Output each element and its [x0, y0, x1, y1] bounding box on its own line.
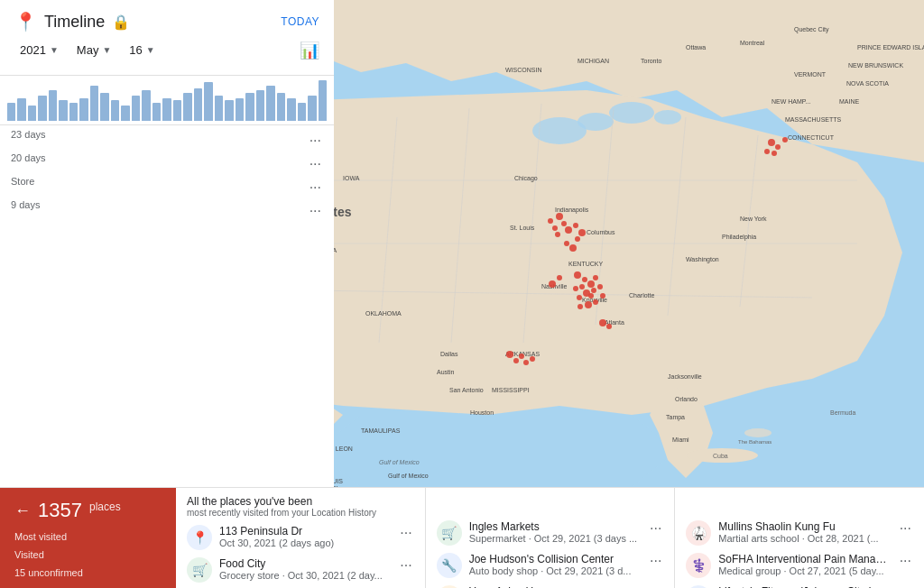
svg-point-116 — [549, 280, 556, 288]
place-info-0-0: 113 Peninsula Dr Oct 30, 2021 (2 days ag… — [219, 525, 391, 548]
year-select[interactable]: 2021 ▼ — [14, 40, 64, 60]
svg-point-90 — [561, 221, 567, 226]
back-arrow-icon[interactable]: ← — [14, 501, 31, 520]
day-chevron: ▼ — [146, 45, 155, 55]
more-button-1[interactable]: ... — [308, 152, 323, 169]
place-item-1-1[interactable]: 🔧 Joe Hudson's Collision Center Auto bod… — [426, 549, 675, 582]
unconfirmed-count: 15 unconfirmed — [14, 567, 83, 578]
svg-text:Gulf of Mexico: Gulf of Mexico — [379, 459, 420, 465]
chart-bar-2 — [28, 106, 36, 121]
svg-point-113 — [593, 299, 598, 305]
chart-bar-26 — [277, 93, 285, 121]
place-name-2-0: Mullins Shaolin Kung Fu — [718, 520, 890, 533]
place-icon-0-1: 🛒 — [187, 557, 212, 583]
chart-bar-11 — [121, 106, 129, 121]
place-detail-1-1: Auto body shop · Oct 29, 2021 (3 d... — [469, 565, 641, 576]
svg-point-126 — [513, 358, 519, 363]
svg-point-97 — [575, 236, 580, 242]
svg-text:MISSISSIPPI: MISSISSIPPI — [492, 387, 530, 393]
place-icon-2-0: 🥋 — [686, 520, 711, 546]
svg-text:TAMAULIPAS: TAMAULIPAS — [361, 427, 401, 434]
place-info-2-1: SoFHA Interventional Pain Manage... Medi… — [718, 553, 890, 576]
sidebar-title: Timeline — [44, 13, 105, 32]
svg-point-120 — [775, 144, 781, 150]
more-btn-2-1[interactable]: ··· — [898, 553, 913, 569]
svg-point-89 — [556, 213, 563, 220]
svg-text:Ottawa: Ottawa — [686, 44, 706, 51]
day-value: 16 — [129, 43, 142, 57]
column-0-title: All the places you've been — [187, 495, 414, 508]
unconfirmed-stat: 15 unconfirmed — [14, 564, 162, 580]
sidebar-item-text-1: 20 days — [11, 152, 46, 163]
chart-bar-28 — [298, 103, 306, 121]
day-select[interactable]: 16 ▼ — [124, 40, 160, 60]
place-detail-0-1: Grocery store · Oct 30, 2021 (2 day... — [219, 570, 391, 581]
sidebar-item-text-3: 9 days — [11, 199, 40, 210]
chart-bar-4 — [49, 90, 57, 121]
chart-bar-21 — [225, 100, 233, 121]
svg-text:MAINE: MAINE — [839, 98, 860, 105]
place-item-2-2[interactable]: 💪 Lifestyle Fitness (Johnson City Loc...… — [675, 582, 924, 588]
places-column-0: All the places you've been most recently… — [176, 488, 426, 588]
svg-point-119 — [768, 139, 775, 146]
place-icon-1-1: 🔧 — [437, 553, 462, 578]
visited-stat: Visited — [14, 546, 162, 562]
year-chevron: ▼ — [50, 45, 59, 55]
svg-point-128 — [523, 360, 529, 365]
more-btn-2-0[interactable]: ··· — [898, 520, 913, 537]
more-button-3[interactable]: ... — [308, 199, 323, 216]
places-column-1: 🛒 Ingles Markets Supermarket · Oct 29, 2… — [426, 488, 676, 588]
chart-bar-30 — [319, 80, 327, 121]
today-button[interactable]: TODAY — [281, 15, 319, 28]
svg-point-104 — [593, 275, 598, 280]
svg-point-125 — [506, 351, 513, 358]
svg-text:Jacksonville: Jacksonville — [668, 373, 702, 380]
more-btn-1-0[interactable]: ··· — [648, 520, 663, 537]
chart-bar-15 — [162, 98, 171, 121]
place-item-0-0[interactable]: 📍 113 Peninsula Dr Oct 30, 2021 (2 days … — [176, 521, 425, 554]
svg-point-121 — [764, 149, 770, 154]
svg-text:Tampa: Tampa — [666, 414, 685, 421]
svg-text:WISCONSIN: WISCONSIN — [505, 67, 541, 73]
svg-point-115 — [557, 275, 562, 280]
sidebar-list-item-0[interactable]: 23 days ... — [0, 125, 334, 149]
place-item-2-1[interactable]: ⚕️ SoFHA Interventional Pain Manage... M… — [675, 549, 924, 582]
svg-point-93 — [548, 218, 553, 224]
chart-bar-22 — [236, 98, 244, 121]
month-select[interactable]: May ▼ — [71, 40, 116, 60]
place-detail-1-0: Supermarket · Oct 29, 2021 (3 days ... — [469, 533, 641, 544]
svg-point-3 — [609, 102, 654, 124]
more-btn-1-1[interactable]: ··· — [648, 553, 663, 569]
more-button-2[interactable]: ... — [308, 176, 323, 192]
place-item-1-2[interactable]: 🍜 Yong Asian House. Asian · Oct 29, 2021… — [426, 582, 675, 588]
chart-view-button[interactable]: 📊 — [300, 41, 319, 60]
column-1-header — [426, 488, 675, 517]
place-detail-0-0: Oct 30, 2021 (2 days ago) — [219, 537, 391, 548]
chart-bar-23 — [245, 93, 254, 121]
places-list-panel: All the places you've been most recently… — [176, 488, 924, 588]
sidebar-list-item-1[interactable]: 20 days ... — [0, 149, 334, 172]
svg-point-117 — [599, 319, 606, 326]
svg-text:PRINCE EDWARD ISLAND: PRINCE EDWARD ISLAND — [857, 44, 924, 51]
more-btn-0-0[interactable]: ··· — [398, 525, 413, 541]
chart-bar-6 — [69, 103, 78, 121]
sidebar-list-item-3[interactable]: 9 days ... — [0, 196, 334, 219]
svg-text:Chicago: Chicago — [514, 175, 538, 182]
more-button-0[interactable]: ... — [308, 129, 323, 145]
svg-point-112 — [585, 301, 592, 308]
place-item-2-0[interactable]: 🥋 Mullins Shaolin Kung Fu Martial arts s… — [675, 517, 924, 549]
header-title-row: 📍 Timeline 🔒 — [14, 11, 130, 32]
place-item-1-0[interactable]: 🛒 Ingles Markets Supermarket · Oct 29, 2… — [426, 517, 675, 549]
svg-point-110 — [588, 293, 594, 299]
chart-bar-16 — [173, 100, 181, 121]
place-detail-2-0: Martial arts school · Oct 28, 2021 (... — [718, 533, 890, 544]
chart-bar-1 — [17, 98, 25, 121]
stats-row: Most visited Visited 15 unconfirmed — [14, 528, 162, 580]
place-info-1-0: Ingles Markets Supermarket · Oct 29, 202… — [469, 520, 641, 544]
more-btn-0-1[interactable]: ··· — [398, 557, 413, 574]
place-info-2-0: Mullins Shaolin Kung Fu Martial arts sch… — [718, 520, 890, 544]
svg-point-99 — [569, 244, 577, 252]
place-icon-2-1: ⚕️ — [686, 553, 711, 578]
place-item-0-1[interactable]: 🛒 Food City Grocery store · Oct 30, 2021… — [176, 554, 425, 586]
sidebar-list-item-2[interactable]: Store ... — [0, 172, 334, 196]
